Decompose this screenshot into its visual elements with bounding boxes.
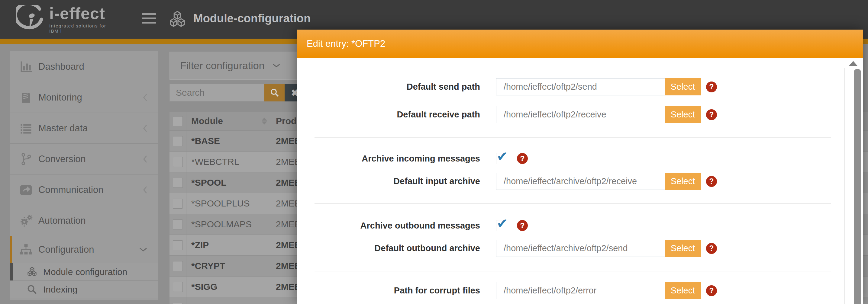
i-effect-logo[interactable]: i-effect Integrated solutions for IBM i [16,3,113,36]
default-outbound-archive-input[interactable] [496,240,665,257]
sidebar-item-conversion[interactable]: Conversion [10,144,158,174]
sidebar-item-label: Automation [38,215,86,226]
sidebar-item-label: Configuration [38,244,94,255]
select-path-button[interactable]: Select [665,173,701,190]
sidebar-item-monitoring[interactable]: Monitoring [10,82,158,113]
select-all-checkbox[interactable] [173,116,183,126]
help-icon[interactable]: ? [517,153,528,164]
select-path-button[interactable]: Select [665,240,701,257]
form-row-default-input-archive: Default input archive Select ? [314,173,831,190]
archive-outbound-checkbox[interactable]: ✔ [496,220,507,231]
form-group-outbound-archive: Archive outbound messages ✔ ? Default ou… [314,203,831,257]
cubes-icon [26,267,38,277]
menu-toggle-icon[interactable] [142,13,156,25]
help-icon[interactable]: ? [706,243,717,254]
chevron-down-icon [273,63,280,68]
sidebar-subitem-module-configuration[interactable]: Module configuration [10,263,158,281]
sidebar: Dashboard Monitoring [10,51,158,300]
field-label: Path for corrupt files [314,285,480,296]
help-icon[interactable]: ? [517,220,528,231]
field-label: Default input archive [314,176,480,186]
row-checkbox[interactable] [173,178,183,188]
sidebar-item-label: Monitoring [38,92,82,103]
form-row-default-outbound-archive: Default outbound archive Select ? [314,240,831,257]
row-checkbox[interactable] [173,157,183,167]
sidebar-subitem-indexing[interactable]: Indexing [10,281,158,298]
sidebar-item-label: Communication [38,184,103,195]
help-icon[interactable]: ? [706,176,717,187]
sidebar-item-automation[interactable]: Automation [10,205,158,236]
sidebar-item-dashboard[interactable]: Dashboard [10,51,158,82]
chevron-left-icon [143,93,148,102]
sidebar-item-master-data[interactable]: Master data [10,113,158,144]
row-checkbox[interactable] [173,136,183,146]
archive-incoming-checkbox[interactable]: ✔ [496,153,507,164]
field-label: Default send path [314,82,480,92]
row-checkbox[interactable] [173,303,183,304]
default-input-archive-input[interactable] [496,173,665,190]
help-icon[interactable]: ? [706,81,717,92]
sidebar-subitem-label: Module configuration [43,267,127,277]
column-header-module[interactable]: Module [186,112,271,130]
logo-swirl-icon [16,5,45,34]
filter-configuration-label: Filter configuration [180,60,265,72]
form-row-archive-outbound: Archive outbound messages ✔ ? [314,219,831,232]
scrollbar-thumb[interactable] [854,69,861,304]
chevron-left-icon [143,155,148,163]
field-label: Default outbound archive [314,243,480,253]
corrupt-files-path-input[interactable] [496,282,665,299]
sidebar-subitem-label: Indexing [43,284,78,295]
select-path-button[interactable]: Select [665,282,701,299]
row-checkbox[interactable] [173,240,183,250]
sitemap-icon [19,244,33,256]
select-path-button[interactable]: Select [665,106,701,123]
row-checkbox[interactable] [173,282,183,292]
form-group-corrupt-files: Path for corrupt files Select ? [314,271,831,299]
search-button[interactable] [265,84,285,101]
sort-icon[interactable] [261,118,267,125]
app-root: i-effect Integrated solutions for IBM i … [0,0,868,304]
branch-icon [19,153,33,165]
list-icon [19,122,33,135]
edit-entry-modal: Edit entry: *OFTP2 Default send path Sel… [297,30,863,304]
form-row-default-send-path: Default send path Select ? [314,78,831,95]
checkmark-icon: ✔ [497,148,508,164]
chevron-down-icon [139,247,148,252]
default-receive-path-input[interactable] [496,106,665,123]
sidebar-next-item-sliver [10,298,158,300]
checkmark-icon: ✔ [497,215,508,231]
form-group-incoming-archive: Archive incoming messages ✔ ? Default in… [314,137,831,190]
field-label: Archive incoming messages [314,154,480,164]
form-row-default-receive-path: Default receive path Select ? [314,106,831,123]
search-icon [26,284,38,295]
logo-tagline: Integrated solutions for IBM i [49,23,113,34]
scroll-up-arrow-icon[interactable] [849,61,858,66]
oftp2-settings-form: Default send path Select ? Default recei… [306,68,845,304]
row-checkbox[interactable] [173,199,183,209]
chevron-left-icon [143,185,148,194]
field-label: Default receive path [314,110,480,120]
row-checkbox[interactable] [173,219,183,230]
sidebar-item-label: Conversion [38,154,86,165]
row-checkbox[interactable] [173,261,183,271]
search-icon [270,88,279,97]
default-send-path-input[interactable] [496,78,665,95]
sidebar-item-configuration[interactable]: Configuration [10,236,158,263]
field-label: Archive outbound messages [314,221,480,231]
help-icon[interactable]: ? [706,109,717,120]
select-path-button[interactable]: Select [665,78,701,95]
help-icon[interactable]: ? [706,285,717,296]
form-group-paths: Default send path Select ? Default recei… [314,78,831,123]
form-row-archive-incoming: Archive incoming messages ✔ ? [314,153,831,165]
modal-scrollbar[interactable] [845,58,863,304]
form-row-corrupt-files-path: Path for corrupt files Select ? [314,282,831,299]
gears-icon [19,214,33,227]
modal-header: Edit entry: *OFTP2 [297,30,863,58]
chevron-left-icon [143,124,148,133]
page-title: Module-configuration [193,12,311,25]
logo-wordmark: i-effect [49,4,105,22]
sidebar-item-communication[interactable]: Communication [10,174,158,205]
search-input[interactable] [169,84,265,101]
share-icon [19,183,33,196]
modal-body: Default send path Select ? Default recei… [297,58,863,304]
